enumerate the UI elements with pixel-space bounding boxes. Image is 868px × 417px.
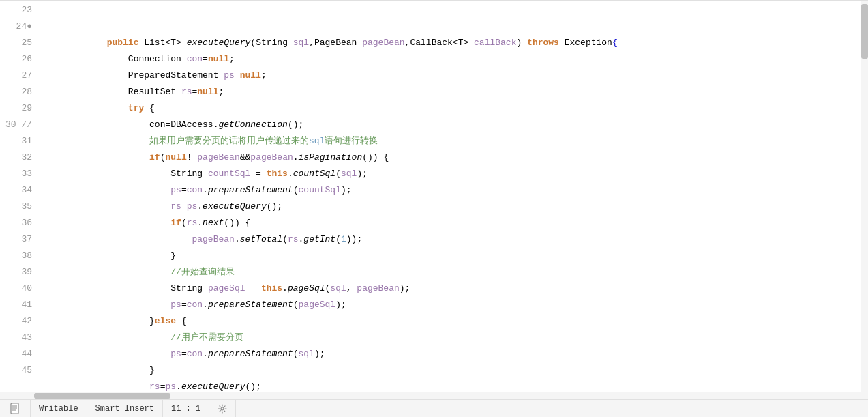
horizontal-scrollbar[interactable] [0, 392, 868, 399]
line-num-42: 42 [5, 313, 32, 330]
insert-mode-status: Smart Insert [87, 400, 163, 417]
code-line-24: public List<T> executeQuery(String sql,P… [43, 18, 868, 35]
line-num-40: 40 [5, 281, 32, 297]
line-numbers: 23 24● 25 26 27 28 29 30 // 31 32 33 34 … [0, 1, 38, 392]
line-num-32: 32 [5, 149, 32, 166]
line-num-29: 29 [5, 100, 32, 117]
line-num-28: 28 [5, 84, 32, 100]
vertical-scrollbar[interactable] [861, 1, 868, 392]
line-num-39: 39 [5, 264, 32, 281]
settings-icon-item[interactable] [209, 400, 236, 417]
code-line-45: rs=ps.executeQuery(); [43, 362, 868, 379]
code-area: 23 24● 25 26 27 28 29 30 // 31 32 33 34 … [0, 1, 868, 392]
status-bar: Writable Smart Insert 11 : 1 [0, 399, 868, 417]
settings-icon [218, 404, 227, 414]
line-num-37: 37 [5, 231, 32, 248]
line-num-34: 34 [5, 182, 32, 199]
line-num-30: 30 // [5, 117, 32, 133]
line-num-33: 33 [5, 166, 32, 182]
code-line-29: con=DBAccess.getConnection(); [43, 100, 868, 117]
line-num-35: 35 [5, 199, 32, 215]
scrollbar-thumb-v[interactable] [861, 4, 868, 59]
line-num-27: 27 [5, 68, 32, 84]
line-num-25: 25 [5, 35, 32, 51]
line-num-38: 38 [5, 248, 32, 264]
line-num-31: 31 [5, 133, 32, 149]
status-icon-item [7, 400, 31, 417]
writable-status: Writable [31, 400, 87, 417]
cursor-position-status: 11 : 1 [163, 400, 209, 417]
line-num-23: 23 [5, 2, 32, 18]
line-num-44: 44 [5, 346, 32, 362]
line-num-41: 41 [5, 297, 32, 313]
svg-point-4 [221, 407, 224, 410]
code-line-23 [43, 2, 868, 18]
file-icon [10, 403, 22, 415]
line-num-24: 24● [5, 18, 32, 35]
line-num-26: 26 [5, 51, 32, 68]
line-num-36: 36 [5, 215, 32, 231]
line-num-45: 45 [5, 362, 32, 379]
scrollbar-thumb-h[interactable] [34, 393, 170, 399]
editor-container: 23 24● 25 26 27 28 29 30 // 31 32 33 34 … [0, 0, 868, 417]
line-num-43: 43 [5, 330, 32, 346]
code-content[interactable]: public List<T> executeQuery(String sql,P… [38, 1, 868, 392]
